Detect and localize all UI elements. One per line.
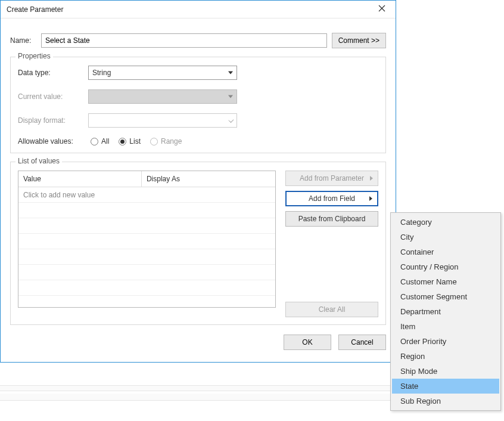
chevron-down-icon: [228, 117, 234, 123]
table-row[interactable]: [18, 218, 275, 234]
comment-button[interactable]: Comment >>: [332, 33, 386, 48]
field-menu-item[interactable]: Sub Region: [392, 394, 499, 408]
values-table[interactable]: Value Display As Click to add new value: [18, 171, 276, 308]
data-type-label: Data type:: [18, 69, 88, 77]
column-display-as: Display As: [142, 171, 275, 187]
display-format-label: Display format:: [18, 116, 88, 125]
properties-fieldset: Properties Data type: String Current val…: [10, 57, 386, 153]
radio-all-label: All: [101, 137, 109, 146]
field-menu-item[interactable]: City: [392, 230, 499, 244]
table-row[interactable]: [18, 265, 275, 280]
arrow-right-icon: [369, 196, 372, 201]
table-row[interactable]: [18, 280, 275, 296]
close-icon: [378, 5, 385, 14]
caret-down-icon: [228, 95, 233, 98]
add-from-parameter-button: Add from Parameter: [285, 171, 378, 186]
table-row[interactable]: [18, 296, 275, 307]
paste-from-clipboard-button[interactable]: Paste from Clipboard: [285, 211, 378, 227]
radio-range-label: Range: [161, 137, 182, 146]
background-strip: [0, 385, 396, 391]
clear-all-button: Clear All: [285, 302, 378, 317]
display-format-combo: [88, 113, 237, 128]
radio-icon: [91, 138, 98, 146]
add-from-parameter-label: Add from Parameter: [300, 174, 364, 182]
radio-icon: [150, 138, 158, 146]
dialog-title: Create Parameter: [7, 5, 373, 14]
field-menu-item[interactable]: Country / Region: [392, 259, 499, 274]
current-value-select: [88, 89, 237, 104]
column-value: Value: [18, 171, 142, 187]
name-input[interactable]: [41, 33, 327, 48]
field-menu-item[interactable]: Container: [392, 244, 499, 259]
field-menu-item[interactable]: Ship Mode: [392, 364, 499, 379]
list-of-values-legend: List of values: [15, 157, 62, 165]
create-parameter-dialog: Create Parameter Name: Comment >> Proper…: [0, 0, 396, 363]
field-dropdown-menu[interactable]: CategoryCityContainerCountry / RegionCus…: [390, 212, 501, 411]
values-table-body[interactable]: Click to add new value: [18, 187, 275, 307]
list-of-values-fieldset: List of values Value Display As Click to…: [10, 162, 386, 325]
add-value-placeholder[interactable]: Click to add new value: [23, 191, 95, 199]
table-row[interactable]: [18, 249, 275, 265]
add-from-field-button[interactable]: Add from Field: [285, 191, 378, 206]
field-menu-item[interactable]: Order Priority: [392, 334, 499, 349]
table-row[interactable]: [18, 203, 275, 218]
caret-down-icon: [228, 72, 233, 75]
background-strip: [0, 394, 396, 401]
field-menu-item[interactable]: Department: [392, 304, 499, 319]
field-menu-item[interactable]: Category: [392, 215, 499, 230]
data-type-select[interactable]: String: [88, 66, 237, 80]
close-button[interactable]: [373, 2, 391, 17]
radio-icon: [119, 138, 126, 146]
radio-list-label: List: [129, 137, 141, 146]
table-row[interactable]: [18, 234, 275, 249]
current-value-label: Current value:: [18, 92, 88, 101]
field-menu-item[interactable]: Customer Segment: [392, 289, 499, 304]
clear-all-label: Clear All: [319, 305, 346, 314]
ok-button[interactable]: OK: [284, 335, 331, 350]
allowable-values-label: Allowable values:: [18, 137, 88, 146]
arrow-right-icon: [370, 176, 373, 181]
field-menu-item[interactable]: Item: [392, 319, 499, 334]
field-menu-item[interactable]: Customer Name: [392, 274, 499, 289]
properties-legend: Properties: [15, 52, 53, 60]
field-menu-item[interactable]: State: [392, 379, 499, 394]
cancel-button[interactable]: Cancel: [338, 335, 386, 350]
name-label: Name:: [10, 36, 36, 45]
titlebar: Create Parameter: [1, 1, 396, 18]
add-from-field-label: Add from Field: [309, 194, 355, 203]
paste-from-clipboard-label: Paste from Clipboard: [298, 215, 366, 223]
radio-list[interactable]: List: [119, 137, 141, 146]
radio-range: Range: [150, 137, 182, 146]
field-menu-item[interactable]: Region: [392, 349, 499, 364]
data-type-value: String: [92, 69, 111, 77]
radio-all[interactable]: All: [91, 137, 109, 146]
